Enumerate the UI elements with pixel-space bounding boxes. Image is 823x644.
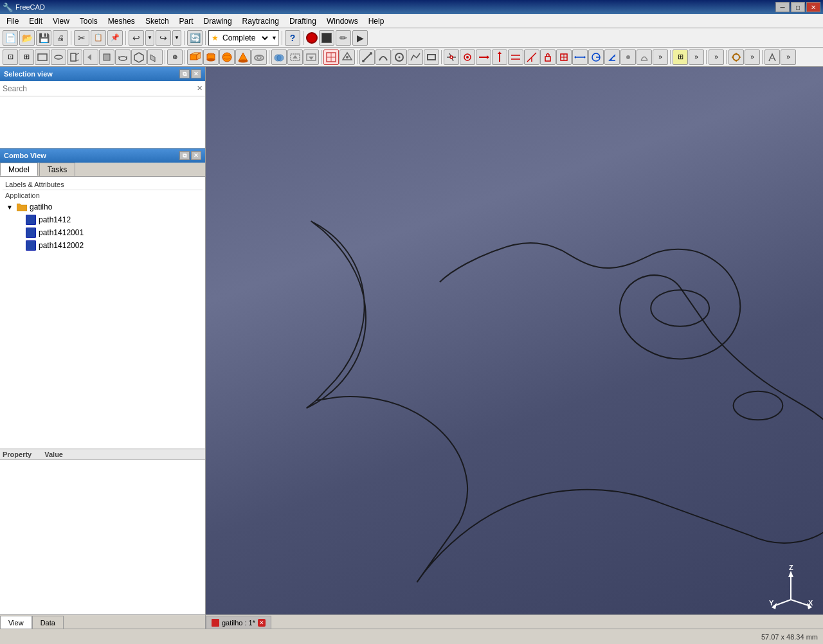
bottom-tab-data[interactable]: Data: [32, 616, 64, 629]
viewport-tab[interactable]: gatilho : 1* ✕: [206, 616, 271, 629]
record-button[interactable]: [306, 32, 318, 44]
extra-snap[interactable]: [728, 49, 744, 65]
constraint-angle[interactable]: [604, 49, 620, 65]
constraint-fix[interactable]: [540, 49, 556, 65]
view-top-button[interactable]: [51, 49, 66, 65]
save-button[interactable]: 💾: [36, 30, 51, 46]
import-shape-button[interactable]: [287, 49, 303, 65]
menu-sketch[interactable]: Sketch: [140, 14, 174, 28]
constraint-block[interactable]: [556, 49, 572, 65]
selection-view-restore[interactable]: ⧉: [179, 69, 190, 78]
sketch-new-button[interactable]: [323, 49, 339, 65]
help-icon[interactable]: ?: [285, 30, 300, 46]
tab-model[interactable]: Model: [0, 163, 38, 176]
maximize-button[interactable]: □: [791, 2, 805, 12]
tree-root-item[interactable]: ▼ gatilho: [3, 201, 203, 213]
menu-part[interactable]: Part: [174, 14, 199, 28]
redo-button[interactable]: ↪: [156, 30, 171, 46]
tab-tasks[interactable]: Tasks: [39, 163, 76, 176]
view-iso-button[interactable]: [131, 49, 147, 65]
constraint-radius[interactable]: [588, 49, 604, 65]
menu-drafting[interactable]: Drafting: [284, 14, 321, 28]
constraint-perpendicular[interactable]: [524, 49, 539, 65]
minimize-button[interactable]: ─: [775, 2, 790, 12]
polyline-tool[interactable]: [408, 49, 423, 65]
bottom-tab-view[interactable]: View: [0, 616, 32, 629]
redo-dropdown[interactable]: ▼: [172, 30, 181, 46]
arc-tool[interactable]: [375, 49, 391, 65]
close-shape-button[interactable]: [637, 49, 652, 65]
view-left-button[interactable]: [83, 49, 98, 65]
trim-tool[interactable]: [444, 49, 459, 65]
paste-button[interactable]: 📌: [107, 30, 123, 46]
menu-tools[interactable]: Tools: [75, 14, 103, 28]
view-rear-button[interactable]: [147, 49, 163, 65]
export-shape-button[interactable]: [303, 49, 319, 65]
menu-help[interactable]: Help: [363, 14, 390, 28]
menu-view[interactable]: View: [48, 14, 75, 28]
line-tool[interactable]: [359, 49, 375, 65]
constraint-parallel[interactable]: [508, 49, 523, 65]
cylinder-button[interactable]: [203, 49, 219, 65]
coord-display: Z X Y: [768, 564, 813, 609]
combo-view-close[interactable]: ✕: [191, 151, 201, 160]
view-bottom-button[interactable]: [115, 49, 131, 65]
tree-item-path1412002[interactable]: path1412002: [3, 239, 203, 252]
constraint-vertical[interactable]: [492, 49, 507, 65]
refresh-button[interactable]: 🔄: [187, 30, 203, 46]
more-tools[interactable]: »: [653, 49, 668, 65]
undo-dropdown[interactable]: ▼: [145, 30, 154, 46]
menu-edit[interactable]: Edit: [24, 14, 48, 28]
menu-drawing[interactable]: Drawing: [199, 14, 237, 28]
copy-button[interactable]: 📋: [91, 30, 106, 46]
stop-button[interactable]: [319, 30, 334, 46]
undo-button[interactable]: ↩: [129, 30, 144, 46]
constraint-distance[interactable]: [572, 49, 588, 65]
fit-selection-button[interactable]: ⊞: [19, 49, 34, 65]
torus-button[interactable]: [251, 49, 267, 65]
modifier-tool[interactable]: [764, 49, 780, 65]
viewport-tab-close[interactable]: ✕: [258, 619, 266, 627]
workbench-dropdown[interactable]: ★ Complete Part Sketcher Draft Drawing ▼: [208, 30, 279, 46]
cut-button[interactable]: ✂: [74, 30, 89, 46]
search-input[interactable]: [3, 84, 194, 93]
constraint-horizontal[interactable]: [476, 49, 491, 65]
point-tool[interactable]: [620, 49, 636, 65]
run-macro-button[interactable]: ▶: [352, 30, 368, 46]
more-tools-2[interactable]: »: [781, 49, 796, 65]
workbench-select[interactable]: Complete Part Sketcher Draft Drawing: [220, 33, 270, 43]
constraint-coincident[interactable]: [460, 49, 475, 65]
more-right[interactable]: »: [689, 49, 704, 65]
extra-1[interactable]: »: [709, 49, 724, 65]
menu-raytracing[interactable]: Raytracing: [237, 14, 284, 28]
tree-item-path1412001[interactable]: path1412001: [3, 226, 203, 239]
fit-all-button[interactable]: ⊡: [3, 49, 18, 65]
tree-item-path1412[interactable]: path1412: [3, 213, 203, 226]
edit-macro-button[interactable]: ✏: [336, 30, 351, 46]
viewport-canvas[interactable]: Z X Y gatilho : 1* ✕: [206, 67, 823, 629]
menu-meshes[interactable]: Meshes: [103, 14, 140, 28]
cone-button[interactable]: [235, 49, 251, 65]
menu-windows[interactable]: Windows: [321, 14, 363, 28]
print-button[interactable]: 🖨: [53, 30, 68, 46]
layers-button[interactable]: ⊞: [673, 49, 688, 65]
close-button[interactable]: ✕: [806, 2, 820, 12]
search-clear-icon[interactable]: ✕: [197, 84, 203, 93]
new-button[interactable]: 📄: [3, 30, 18, 46]
view-selector-button[interactable]: ⊕: [167, 49, 183, 65]
box-button[interactable]: [187, 49, 203, 65]
selection-view-close[interactable]: ✕: [191, 69, 201, 78]
sketch-attach-button[interactable]: [339, 49, 355, 65]
view-right-button[interactable]: [67, 49, 82, 65]
menu-file[interactable]: File: [1, 14, 24, 28]
sphere-button[interactable]: [219, 49, 235, 65]
rectangle-tool[interactable]: [424, 49, 439, 65]
open-button[interactable]: 📂: [19, 30, 35, 46]
extra-arrow[interactable]: »: [745, 49, 760, 65]
expand-icon[interactable]: ▼: [5, 202, 14, 211]
view-front-button[interactable]: [35, 49, 50, 65]
view-back-button[interactable]: [99, 49, 114, 65]
combo-view-restore[interactable]: ⧉: [179, 151, 190, 160]
circle-tool[interactable]: [392, 49, 407, 65]
boolean-button[interactable]: [271, 49, 287, 65]
